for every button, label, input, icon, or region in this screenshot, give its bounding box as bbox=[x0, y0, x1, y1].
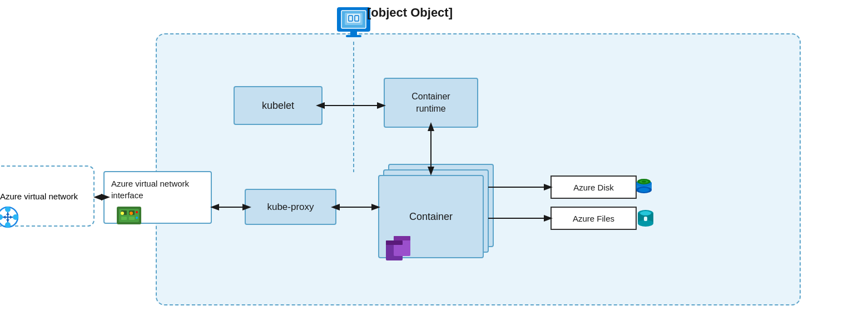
container-runtime-box: Containerruntime bbox=[384, 78, 478, 128]
azure-files-box: Azure Files bbox=[550, 207, 637, 230]
kube-proxy-label: kube-proxy bbox=[267, 202, 314, 213]
svg-marker-32 bbox=[3, 215, 6, 219]
svg-point-39 bbox=[638, 188, 649, 192]
vnet-label: Azure virtual network bbox=[0, 190, 78, 202]
azure-disk-box: Azure Disk bbox=[550, 175, 637, 199]
svg-point-19 bbox=[121, 212, 124, 215]
svg-rect-11 bbox=[386, 240, 403, 245]
container-stack: Container bbox=[378, 164, 489, 264]
azure-files-icon bbox=[637, 209, 654, 230]
azure-disk-icon bbox=[636, 179, 652, 196]
svg-marker-33 bbox=[10, 215, 13, 219]
azure-disk-label: Azure Disk bbox=[573, 183, 614, 192]
svg-point-27 bbox=[13, 214, 18, 220]
vm-title-text: [object Object] bbox=[367, 6, 453, 19]
svg-rect-12 bbox=[394, 236, 410, 240]
vnet-icon bbox=[0, 204, 21, 233]
container-runtime-label: Containerruntime bbox=[411, 91, 450, 116]
kubelet-label: kubelet bbox=[262, 100, 294, 112]
svg-marker-31 bbox=[6, 212, 9, 215]
svg-point-22 bbox=[136, 217, 138, 219]
svg-point-26 bbox=[0, 214, 3, 220]
svg-rect-6 bbox=[346, 35, 361, 37]
vnet-box: Azure virtual network bbox=[0, 165, 95, 227]
nic-icon bbox=[115, 201, 143, 233]
kube-proxy-box: kube-proxy bbox=[245, 189, 336, 225]
svg-point-21 bbox=[136, 211, 138, 213]
vm-title: [object Object] bbox=[367, 6, 453, 20]
svg-point-42 bbox=[642, 180, 646, 183]
kubelet-box: kubelet bbox=[234, 86, 323, 125]
svg-rect-18 bbox=[129, 217, 135, 220]
azure-files-label: Azure Files bbox=[573, 214, 614, 223]
svg-marker-30 bbox=[6, 219, 9, 222]
svg-rect-17 bbox=[121, 217, 127, 220]
svg-rect-47 bbox=[644, 217, 647, 221]
svg-point-46 bbox=[640, 211, 651, 215]
vnet-interface-label: Azure virtual networkinterface bbox=[111, 178, 189, 201]
purple-container-icon bbox=[384, 232, 419, 269]
container-label: Container bbox=[409, 211, 453, 223]
svg-rect-5 bbox=[350, 32, 357, 36]
svg-point-20 bbox=[130, 212, 133, 215]
svg-point-25 bbox=[5, 222, 11, 228]
diagram-container: [object Object] kubelet Containerruntime… bbox=[0, 0, 868, 321]
svg-point-24 bbox=[5, 207, 11, 212]
vnet-interface-box: Azure virtual networkinterface bbox=[103, 171, 212, 224]
